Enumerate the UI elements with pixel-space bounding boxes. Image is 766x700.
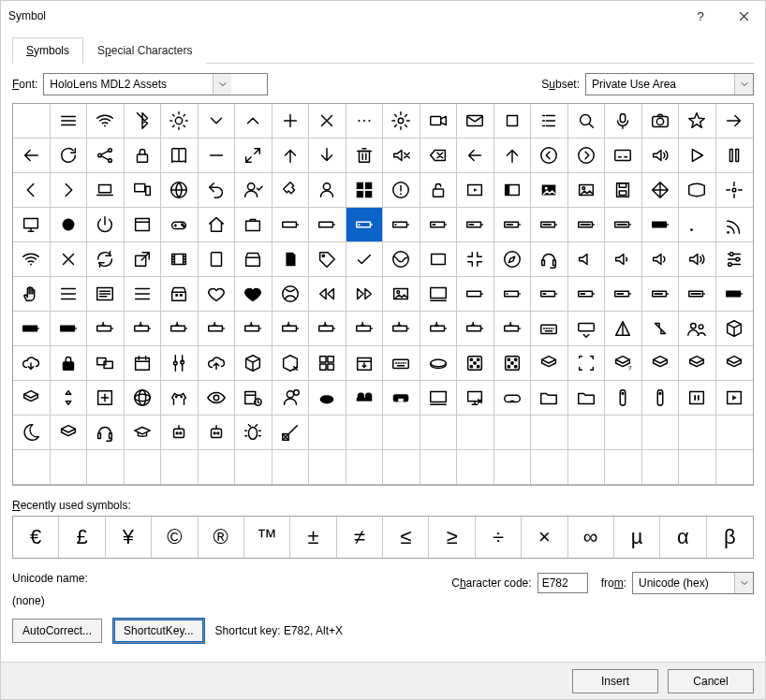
blank-icon[interactable]: [420, 450, 458, 485]
store-icon[interactable]: [235, 242, 273, 277]
share-icon[interactable]: [87, 139, 125, 173]
star-icon[interactable]: [679, 104, 716, 139]
fold-icon[interactable]: [642, 346, 680, 381]
batt6-icon[interactable]: [605, 208, 642, 242]
winlogo-icon[interactable]: [346, 173, 384, 208]
eye-icon[interactable]: [199, 381, 236, 416]
recent-grid[interactable]: €£¥©®™±≠≤≥÷×∞µαβ: [12, 516, 754, 559]
updown-icon[interactable]: [51, 381, 88, 416]
caldown-icon[interactable]: [346, 346, 384, 381]
book-icon[interactable]: [161, 139, 199, 173]
arrowright-icon[interactable]: [716, 104, 754, 139]
blank-icon[interactable]: [494, 416, 532, 450]
unlock-icon[interactable]: [420, 173, 458, 208]
save-icon[interactable]: [605, 173, 642, 208]
chevleft-icon[interactable]: [13, 173, 51, 208]
move-icon[interactable]: [642, 173, 680, 208]
symbol-grid[interactable]: ?: [12, 103, 754, 486]
recent-symbol[interactable]: α: [660, 517, 706, 558]
globe-icon[interactable]: [161, 173, 199, 208]
blank-icon[interactable]: [642, 450, 680, 485]
calendar-icon[interactable]: [125, 346, 162, 381]
up-icon[interactable]: [273, 139, 310, 173]
recent-symbol[interactable]: ®: [199, 517, 244, 558]
recent-symbol[interactable]: ™: [244, 517, 290, 558]
bug-icon[interactable]: [235, 416, 273, 450]
battc-icon[interactable]: [346, 312, 384, 346]
blank-icon[interactable]: [494, 450, 532, 485]
pauserect-icon[interactable]: [679, 381, 716, 416]
vol1-icon[interactable]: [605, 242, 642, 277]
close-icon[interactable]: [722, 1, 765, 31]
blank-icon[interactable]: [309, 416, 346, 450]
batt-icon[interactable]: [309, 208, 346, 242]
panorama-icon[interactable]: [679, 173, 716, 208]
playrect2-icon[interactable]: [716, 381, 754, 416]
listalt-icon[interactable]: [531, 104, 568, 139]
x-icon[interactable]: [51, 242, 88, 277]
sliders-icon[interactable]: [716, 242, 754, 277]
video-icon[interactable]: [420, 104, 458, 139]
blank-icon[interactable]: [13, 104, 51, 139]
brightness-icon[interactable]: [161, 104, 199, 139]
headset-icon[interactable]: [531, 242, 568, 277]
tag-icon[interactable]: [309, 242, 346, 277]
circleleft-icon[interactable]: [531, 139, 568, 173]
batt-icon[interactable]: [273, 208, 310, 242]
blank-icon[interactable]: [199, 450, 236, 485]
people-icon[interactable]: [679, 312, 716, 346]
blank-icon[interactable]: [161, 450, 199, 485]
cube-icon[interactable]: [716, 312, 754, 346]
blank-icon[interactable]: [383, 416, 420, 450]
disc-icon[interactable]: [420, 346, 458, 381]
xbox-icon[interactable]: [273, 277, 310, 312]
monitor-icon[interactable]: [13, 208, 51, 242]
remote-icon[interactable]: [605, 381, 642, 416]
blank-icon[interactable]: [346, 416, 384, 450]
blank-icon[interactable]: [716, 450, 754, 485]
sphere-icon[interactable]: [125, 381, 162, 416]
user-icon[interactable]: [309, 173, 346, 208]
folder-icon[interactable]: [568, 381, 606, 416]
batt3-icon[interactable]: [568, 277, 606, 312]
vr-icon[interactable]: [383, 381, 420, 416]
battc-icon[interactable]: [457, 312, 494, 346]
robot-icon[interactable]: [199, 416, 236, 450]
chevdown-icon[interactable]: [199, 104, 236, 139]
external-icon[interactable]: [125, 242, 162, 277]
blank-icon[interactable]: [679, 416, 716, 450]
battc-icon[interactable]: [494, 312, 532, 346]
blank-icon[interactable]: [642, 416, 680, 450]
back-icon[interactable]: [457, 139, 494, 173]
cap-icon[interactable]: [125, 416, 162, 450]
batt-icon[interactable]: [457, 277, 494, 312]
listrect-icon[interactable]: [87, 277, 125, 312]
blank-icon[interactable]: [346, 450, 384, 485]
monitors-icon[interactable]: [87, 346, 125, 381]
ruler-icon[interactable]: [273, 416, 310, 450]
sync-icon[interactable]: [87, 242, 125, 277]
power-icon[interactable]: [87, 208, 125, 242]
subset-combo[interactable]: Private Use Area: [585, 73, 754, 95]
fold-icon[interactable]: [13, 381, 51, 416]
chevup-icon[interactable]: [235, 104, 273, 139]
blank-icon[interactable]: [420, 416, 458, 450]
blank-icon[interactable]: [568, 416, 606, 450]
fold-icon[interactable]: [679, 346, 716, 381]
calclock-icon[interactable]: [235, 381, 273, 416]
wifi-icon[interactable]: [13, 242, 51, 277]
robot-icon[interactable]: [161, 416, 199, 450]
battfull-icon[interactable]: [13, 312, 51, 346]
tab-special-characters[interactable]: Special Characters: [83, 37, 206, 64]
refresh-icon[interactable]: [51, 139, 88, 173]
winstore-icon[interactable]: [161, 277, 199, 312]
recent-symbol[interactable]: ≥: [429, 517, 475, 558]
gamepad-icon[interactable]: [161, 208, 199, 242]
minus-icon[interactable]: [199, 139, 236, 173]
blank-icon[interactable]: [125, 450, 162, 485]
headset-icon[interactable]: [87, 416, 125, 450]
trash-icon[interactable]: [346, 139, 384, 173]
signal-icon[interactable]: [716, 208, 754, 242]
alert-icon[interactable]: [383, 173, 420, 208]
stop-icon[interactable]: [494, 104, 532, 139]
